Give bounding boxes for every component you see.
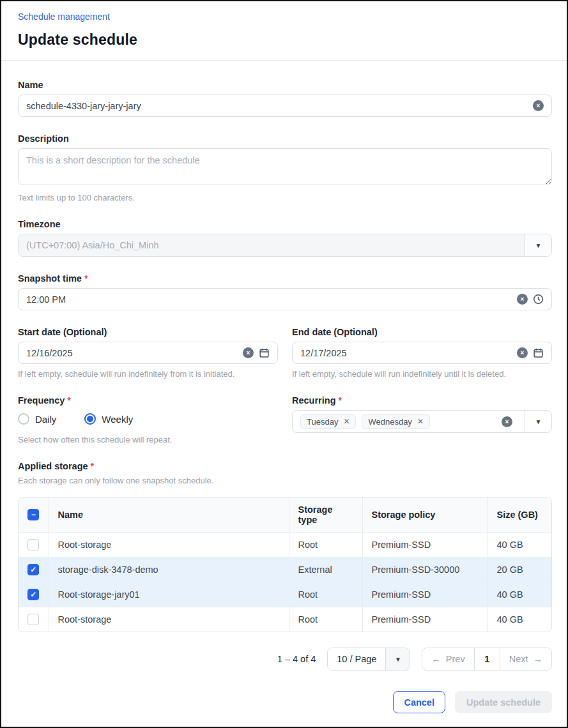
pagination-range: 1 – 4 of 4: [277, 654, 316, 664]
name-group: Name ×: [18, 80, 552, 117]
frequency-options: Daily Weekly: [18, 412, 278, 426]
cancel-button[interactable]: Cancel: [393, 691, 445, 713]
date-row: Start date (Optional) × If left empty, s…: [18, 327, 552, 395]
pagination: 1 – 4 of 4 10 / Page ▼ ← Prev 1 Next →: [18, 648, 552, 671]
table-row: Root-storageRootPremium-SSD40 GB: [19, 607, 551, 632]
cell-name: Root-storage: [49, 607, 289, 632]
column-header-name: Name: [49, 497, 289, 532]
start-date-helper: If left empty, schedule will run indefin…: [18, 369, 278, 379]
description-textarea[interactable]: [18, 148, 552, 185]
cell-storage-policy: Premium-SSD: [362, 582, 487, 607]
frequency-row: Frequency* Daily Weekly Select how often…: [18, 395, 552, 461]
row-checkbox[interactable]: [27, 539, 39, 550]
tag-wednesday: Wednesday ✕: [362, 414, 429, 429]
cell-name: storage-disk-3478-demo: [49, 557, 289, 582]
applied-storage-section: Applied storage* Each storage can only f…: [18, 461, 552, 671]
cell-storage-type: Root: [289, 607, 362, 632]
snapshot-time-input[interactable]: [26, 294, 512, 305]
chevron-down-icon: ▼: [535, 418, 542, 425]
name-input[interactable]: [26, 101, 528, 111]
cell-size: 40 GB: [487, 532, 551, 557]
page-size-value: 10 / Page: [328, 648, 385, 670]
frequency-label: Frequency*: [18, 395, 278, 406]
name-label: Name: [18, 80, 552, 90]
calendar-icon[interactable]: [533, 347, 544, 358]
cell-name: Root-storage-jary01: [49, 582, 289, 607]
cell-size: 40 GB: [487, 582, 551, 607]
breadcrumb-schedule-management[interactable]: Schedule management: [18, 11, 550, 22]
end-date-input[interactable]: [300, 348, 512, 358]
radio-weekly[interactable]: Weekly: [84, 413, 133, 425]
column-header-storage-type: Storage type: [289, 497, 362, 532]
clear-icon[interactable]: ×: [243, 347, 254, 358]
table-row: ✓storage-disk-3478-demoExternalPremium-S…: [19, 557, 551, 582]
required-asterisk: *: [339, 395, 342, 406]
snapshot-time-label: Snapshot time*: [18, 273, 552, 284]
clear-icon[interactable]: ×: [533, 100, 544, 111]
row-checkbox[interactable]: ✓: [27, 589, 39, 600]
column-header-size: Size (GB): [487, 497, 551, 532]
timezone-group: Timezone (UTC+07:00) Asia/Ho_Chi_Minh ▼: [18, 219, 552, 257]
form-footer: Cancel Update schedule: [18, 691, 552, 728]
close-icon[interactable]: ✕: [343, 417, 349, 426]
end-date-group: End date (Optional) × If left empty, sch…: [292, 327, 552, 379]
page-size-select[interactable]: 10 / Page ▼: [327, 648, 410, 671]
timezone-select: (UTC+07:00) Asia/Ho_Chi_Minh ▼: [18, 234, 552, 257]
cell-storage-type: External: [289, 557, 362, 582]
start-date-group: Start date (Optional) × If left empty, s…: [18, 327, 278, 379]
recurring-label: Recurring*: [292, 395, 552, 406]
recurring-group: Recurring* Tuesday ✕ Wednesday ✕ × ▼: [292, 395, 552, 444]
radio-icon: [84, 413, 96, 425]
snapshot-time-group: Snapshot time* ×: [18, 273, 552, 310]
cell-size: 40 GB: [487, 607, 551, 632]
required-asterisk: *: [84, 273, 88, 284]
tag-tuesday: Tuesday ✕: [300, 414, 356, 429]
clear-icon[interactable]: ×: [517, 347, 528, 358]
clear-icon[interactable]: ×: [502, 416, 512, 427]
row-checkbox[interactable]: ✓: [27, 564, 39, 575]
calendar-icon[interactable]: [259, 347, 270, 358]
chevron-down-icon: ▼: [535, 242, 542, 249]
applied-storage-label: Applied storage*: [18, 461, 552, 471]
end-date-label: End date (Optional): [292, 327, 552, 337]
storage-table-body: Root-storageRootPremium-SSD40 GB✓storage…: [19, 532, 551, 632]
arrow-right-icon: →: [533, 654, 543, 664]
column-header-storage-policy: Storage policy: [362, 497, 487, 532]
table-row: Root-storageRootPremium-SSD40 GB: [19, 532, 551, 557]
clock-icon[interactable]: [533, 294, 544, 305]
cell-name: Root-storage: [49, 532, 289, 557]
timezone-value: (UTC+07:00) Asia/Ho_Chi_Minh: [19, 234, 525, 256]
radio-icon: [18, 413, 29, 425]
page-title: Update schedule: [18, 31, 550, 49]
snapshot-time-field: ×: [18, 288, 552, 310]
start-date-input[interactable]: [26, 348, 238, 358]
update-schedule-button[interactable]: Update schedule: [455, 691, 552, 713]
update-schedule-form: Name × Description Text limits up to 100…: [1, 61, 567, 728]
required-asterisk: *: [91, 461, 95, 471]
radio-daily[interactable]: Daily: [18, 413, 56, 425]
required-asterisk: *: [67, 395, 71, 406]
table-header-row: − Name Storage type Storage policy Size …: [19, 497, 551, 532]
recurring-dropdown-button[interactable]: ▼: [525, 411, 551, 432]
chevron-down-icon: ▼: [385, 648, 410, 670]
cell-storage-policy: Premium-SSD-30000: [362, 557, 487, 582]
select-all-checkbox[interactable]: −: [27, 509, 39, 520]
description-group: Description Text limits up to 100 charac…: [18, 133, 552, 202]
end-date-field: ×: [292, 342, 552, 364]
frequency-group: Frequency* Daily Weekly Select how often…: [18, 395, 278, 444]
timezone-dropdown-button[interactable]: ▼: [525, 234, 551, 256]
page-header: Schedule management Update schedule: [1, 1, 567, 49]
start-date-label: Start date (Optional): [18, 327, 278, 337]
recurring-field: Tuesday ✕ Wednesday ✕ × ▼: [292, 410, 552, 433]
prev-button[interactable]: ← Prev: [422, 648, 473, 670]
next-button[interactable]: Next →: [500, 648, 551, 670]
arrow-left-icon: ←: [431, 654, 441, 664]
cell-storage-policy: Premium-SSD: [362, 607, 487, 632]
storage-table: − Name Storage type Storage policy Size …: [18, 497, 552, 632]
clear-icon[interactable]: ×: [517, 294, 528, 305]
close-icon[interactable]: ✕: [417, 417, 424, 426]
description-label: Description: [18, 133, 552, 144]
description-helper: Text limits up to 100 characters.: [18, 193, 552, 202]
timezone-label: Timezone: [18, 219, 552, 229]
row-checkbox[interactable]: [27, 614, 39, 625]
